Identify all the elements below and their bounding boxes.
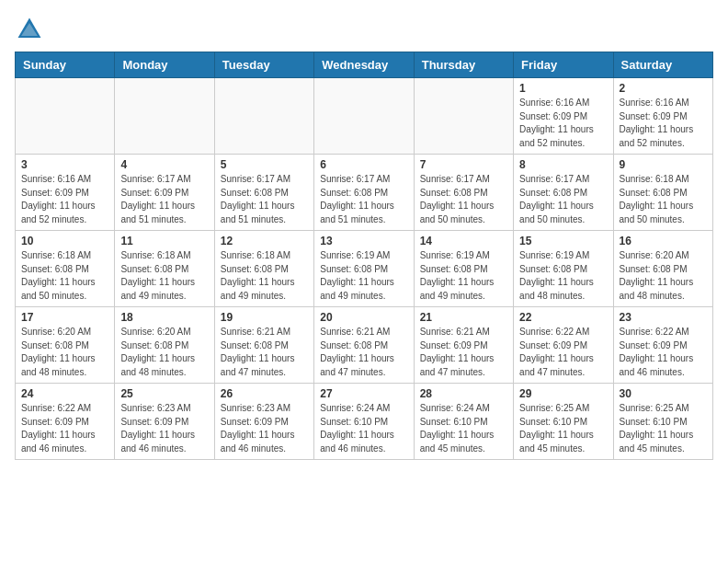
day-info: Sunrise: 6:18 AM Sunset: 6:08 PM Dayligh… [620, 173, 707, 226]
day-number: 18 [120, 311, 208, 324]
calendar-week-row: 1Sunrise: 6:16 AM Sunset: 6:09 PM Daylig… [16, 78, 713, 155]
day-info: Sunrise: 6:25 AM Sunset: 6:10 PM Dayligh… [519, 402, 607, 455]
day-info: Sunrise: 6:24 AM Sunset: 6:10 PM Dayligh… [320, 402, 407, 455]
calendar-day-cell: 7Sunrise: 6:17 AM Sunset: 6:08 PM Daylig… [414, 155, 513, 231]
day-info: Sunrise: 6:19 AM Sunset: 6:08 PM Dayligh… [519, 249, 607, 303]
day-of-week-header: Thursday [414, 52, 513, 78]
day-number: 27 [320, 387, 407, 400]
day-info: Sunrise: 6:17 AM Sunset: 6:08 PM Dayligh… [519, 173, 607, 226]
day-info: Sunrise: 6:17 AM Sunset: 6:08 PM Dayligh… [320, 173, 407, 226]
day-info: Sunrise: 6:22 AM Sunset: 6:09 PM Dayligh… [620, 326, 707, 379]
calendar-day-cell: 21Sunrise: 6:21 AM Sunset: 6:09 PM Dayli… [414, 307, 513, 384]
calendar-day-cell: 14Sunrise: 6:19 AM Sunset: 6:08 PM Dayli… [414, 231, 513, 307]
day-info: Sunrise: 6:23 AM Sunset: 6:09 PM Dayligh… [120, 402, 208, 455]
calendar-week-row: 3Sunrise: 6:16 AM Sunset: 6:09 PM Daylig… [16, 155, 713, 231]
day-number: 3 [21, 158, 108, 171]
day-info: Sunrise: 6:19 AM Sunset: 6:08 PM Dayligh… [420, 249, 507, 303]
day-info: Sunrise: 6:23 AM Sunset: 6:09 PM Dayligh… [221, 402, 308, 455]
day-info: Sunrise: 6:16 AM Sunset: 6:09 PM Dayligh… [620, 97, 707, 150]
day-number: 14 [420, 235, 507, 247]
day-number: 21 [420, 311, 507, 324]
calendar-day-cell [16, 78, 115, 155]
day-number: 5 [221, 158, 308, 171]
calendar-week-row: 24Sunrise: 6:22 AM Sunset: 6:09 PM Dayli… [16, 384, 713, 460]
calendar-day-cell: 10Sunrise: 6:18 AM Sunset: 6:08 PM Dayli… [16, 231, 115, 307]
day-info: Sunrise: 6:16 AM Sunset: 6:09 PM Dayligh… [519, 97, 607, 150]
calendar-day-cell: 27Sunrise: 6:24 AM Sunset: 6:10 PM Dayli… [314, 384, 414, 460]
calendar-day-cell: 19Sunrise: 6:21 AM Sunset: 6:08 PM Dayli… [214, 307, 313, 384]
day-info: Sunrise: 6:20 AM Sunset: 6:08 PM Dayligh… [21, 326, 108, 379]
logo [15, 15, 48, 44]
day-number: 22 [519, 311, 607, 324]
day-number: 24 [21, 387, 108, 400]
calendar-day-cell: 1Sunrise: 6:16 AM Sunset: 6:09 PM Daylig… [514, 78, 613, 155]
day-number: 30 [620, 387, 707, 400]
day-info: Sunrise: 6:20 AM Sunset: 6:08 PM Dayligh… [120, 326, 208, 379]
day-info: Sunrise: 6:16 AM Sunset: 6:09 PM Dayligh… [21, 173, 108, 226]
day-number: 4 [120, 158, 208, 171]
day-of-week-header: Friday [514, 52, 613, 78]
calendar-day-cell: 13Sunrise: 6:19 AM Sunset: 6:08 PM Dayli… [314, 231, 414, 307]
day-info: Sunrise: 6:19 AM Sunset: 6:08 PM Dayligh… [320, 249, 407, 303]
calendar-week-row: 17Sunrise: 6:20 AM Sunset: 6:08 PM Dayli… [16, 307, 713, 384]
calendar-day-cell: 9Sunrise: 6:18 AM Sunset: 6:08 PM Daylig… [613, 155, 712, 231]
day-number: 23 [620, 311, 707, 324]
day-number: 12 [221, 235, 308, 247]
calendar-day-cell [314, 78, 414, 155]
day-number: 2 [620, 82, 707, 95]
day-number: 25 [120, 387, 208, 400]
calendar-day-cell: 30Sunrise: 6:25 AM Sunset: 6:10 PM Dayli… [613, 384, 712, 460]
day-number: 6 [320, 158, 407, 171]
day-number: 16 [620, 235, 707, 247]
calendar-day-cell: 8Sunrise: 6:17 AM Sunset: 6:08 PM Daylig… [514, 155, 613, 231]
day-of-week-header: Monday [115, 52, 214, 78]
day-number: 29 [519, 387, 607, 400]
day-number: 15 [519, 235, 607, 247]
calendar-day-cell: 18Sunrise: 6:20 AM Sunset: 6:08 PM Dayli… [115, 307, 214, 384]
calendar-day-cell: 20Sunrise: 6:21 AM Sunset: 6:08 PM Dayli… [314, 307, 414, 384]
day-number: 10 [21, 235, 108, 247]
calendar-day-cell: 29Sunrise: 6:25 AM Sunset: 6:10 PM Dayli… [514, 384, 613, 460]
day-of-week-header: Tuesday [214, 52, 313, 78]
day-number: 26 [221, 387, 308, 400]
page-header [15, 15, 713, 44]
calendar-day-cell: 24Sunrise: 6:22 AM Sunset: 6:09 PM Dayli… [16, 384, 115, 460]
calendar-day-cell: 15Sunrise: 6:19 AM Sunset: 6:08 PM Dayli… [514, 231, 613, 307]
calendar-day-cell: 22Sunrise: 6:22 AM Sunset: 6:09 PM Dayli… [514, 307, 613, 384]
calendar-day-cell: 11Sunrise: 6:18 AM Sunset: 6:08 PM Dayli… [115, 231, 214, 307]
day-info: Sunrise: 6:18 AM Sunset: 6:08 PM Dayligh… [221, 249, 308, 303]
day-number: 7 [420, 158, 507, 171]
calendar-day-cell [214, 78, 313, 155]
calendar-day-cell: 16Sunrise: 6:20 AM Sunset: 6:08 PM Dayli… [613, 231, 712, 307]
day-number: 1 [519, 82, 607, 95]
calendar-day-cell [414, 78, 513, 155]
day-info: Sunrise: 6:24 AM Sunset: 6:10 PM Dayligh… [420, 402, 507, 455]
calendar-day-cell: 28Sunrise: 6:24 AM Sunset: 6:10 PM Dayli… [414, 384, 513, 460]
day-info: Sunrise: 6:17 AM Sunset: 6:08 PM Dayligh… [221, 173, 308, 226]
day-info: Sunrise: 6:21 AM Sunset: 6:08 PM Dayligh… [320, 326, 407, 379]
calendar-day-cell: 5Sunrise: 6:17 AM Sunset: 6:08 PM Daylig… [214, 155, 313, 231]
day-number: 20 [320, 311, 407, 324]
calendar-day-cell: 12Sunrise: 6:18 AM Sunset: 6:08 PM Dayli… [214, 231, 313, 307]
day-number: 9 [620, 158, 707, 171]
day-number: 11 [120, 235, 208, 247]
day-info: Sunrise: 6:22 AM Sunset: 6:09 PM Dayligh… [519, 326, 607, 379]
day-of-week-header: Saturday [613, 52, 712, 78]
day-number: 19 [221, 311, 308, 324]
calendar-day-cell: 17Sunrise: 6:20 AM Sunset: 6:08 PM Dayli… [16, 307, 115, 384]
calendar-day-cell: 26Sunrise: 6:23 AM Sunset: 6:09 PM Dayli… [214, 384, 313, 460]
day-info: Sunrise: 6:18 AM Sunset: 6:08 PM Dayligh… [21, 249, 108, 303]
day-number: 17 [21, 311, 108, 324]
day-info: Sunrise: 6:21 AM Sunset: 6:09 PM Dayligh… [420, 326, 507, 379]
calendar-day-cell: 25Sunrise: 6:23 AM Sunset: 6:09 PM Dayli… [115, 384, 214, 460]
day-of-week-header: Wednesday [314, 52, 414, 78]
calendar-day-cell: 3Sunrise: 6:16 AM Sunset: 6:09 PM Daylig… [16, 155, 115, 231]
calendar-week-row: 10Sunrise: 6:18 AM Sunset: 6:08 PM Dayli… [16, 231, 713, 307]
day-info: Sunrise: 6:22 AM Sunset: 6:09 PM Dayligh… [21, 402, 108, 455]
day-info: Sunrise: 6:17 AM Sunset: 6:08 PM Dayligh… [420, 173, 507, 226]
day-number: 8 [519, 158, 607, 171]
calendar-day-cell [115, 78, 214, 155]
calendar-day-cell: 4Sunrise: 6:17 AM Sunset: 6:09 PM Daylig… [115, 155, 214, 231]
logo-icon [15, 15, 44, 44]
calendar-day-cell: 23Sunrise: 6:22 AM Sunset: 6:09 PM Dayli… [613, 307, 712, 384]
